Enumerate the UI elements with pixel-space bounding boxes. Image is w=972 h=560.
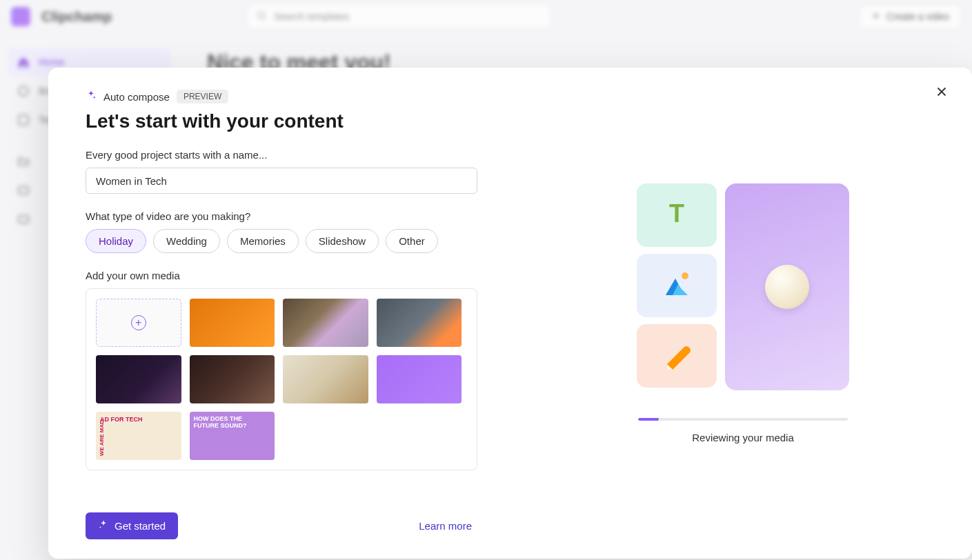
chip-slideshow[interactable]: Slideshow xyxy=(306,229,379,253)
preview-badge: PREVIEW xyxy=(177,90,228,103)
compose-header: Auto compose PREVIEW xyxy=(86,90,486,103)
tile-column: T xyxy=(637,183,717,390)
close-button[interactable] xyxy=(931,83,953,105)
progress-container: Reviewing your media xyxy=(638,418,848,443)
sparkle-icon xyxy=(86,90,97,103)
topbar: Clipchamp Create a video xyxy=(0,0,972,33)
progress-label: Reviewing your media xyxy=(638,432,848,443)
text-icon: T xyxy=(660,197,693,233)
media-field-label: Add your own media xyxy=(86,270,486,281)
media-thumbnail[interactable] xyxy=(377,355,462,403)
chip-other[interactable]: Other xyxy=(386,229,438,253)
app-logo xyxy=(11,7,30,26)
chip-wedding[interactable]: Wedding xyxy=(153,229,220,253)
media-grid: + xyxy=(96,299,462,460)
svg-text:T: T xyxy=(669,199,684,228)
home-icon xyxy=(17,55,30,69)
illustration: T xyxy=(637,183,849,390)
svg-point-11 xyxy=(682,272,688,279)
create-button-label: Create a video xyxy=(886,11,949,22)
pencil-icon xyxy=(660,338,693,374)
palette-icon xyxy=(17,84,30,98)
modal-title: Let's start with your content xyxy=(86,110,486,132)
image-tile xyxy=(637,254,717,317)
sparkle-icon xyxy=(98,519,109,532)
media-thumbnail[interactable] xyxy=(96,355,181,403)
plus-icon: + xyxy=(131,315,146,330)
chip-holiday[interactable]: Holiday xyxy=(86,229,146,253)
progress-bar xyxy=(638,418,848,421)
media-thumbnail[interactable] xyxy=(190,355,275,403)
get-started-label: Get started xyxy=(115,520,166,532)
search-bar[interactable] xyxy=(247,4,551,29)
get-started-button[interactable]: Get started xyxy=(86,512,178,539)
name-field-label: Every good project starts with a name... xyxy=(86,149,486,161)
close-icon xyxy=(934,84,949,103)
sidebar-item-label: Home xyxy=(39,57,64,68)
project-name-input[interactable] xyxy=(86,168,477,194)
svg-rect-5 xyxy=(19,115,28,125)
svg-line-1 xyxy=(264,17,266,19)
video-icon xyxy=(17,183,30,197)
preview-tile xyxy=(725,183,849,390)
search-input[interactable] xyxy=(274,11,542,22)
type-field-label: What type of video are you making? xyxy=(86,210,486,222)
media-thumbnail[interactable] xyxy=(283,355,368,403)
svg-point-0 xyxy=(258,12,264,18)
modal-form-panel: Auto compose PREVIEW Let's start with yo… xyxy=(48,68,514,559)
media-thumbnail[interactable] xyxy=(190,299,275,347)
compose-label: Auto compose xyxy=(103,91,170,103)
video-icon xyxy=(17,212,30,226)
media-thumbnail[interactable] xyxy=(283,299,368,347)
svg-point-4 xyxy=(19,86,28,96)
media-thumbnail[interactable] xyxy=(377,299,462,347)
app-brand: Clipchamp xyxy=(41,9,112,25)
svg-rect-6 xyxy=(19,187,28,194)
chip-memories[interactable]: Memories xyxy=(227,229,299,253)
plus-icon xyxy=(871,11,881,23)
image-icon xyxy=(660,268,693,303)
learn-more-link[interactable]: Learn more xyxy=(419,520,472,532)
search-icon xyxy=(256,10,267,23)
svg-rect-7 xyxy=(19,216,28,223)
create-video-button[interactable]: Create a video xyxy=(860,5,961,29)
video-type-chips: Holiday Wedding Memories Slideshow Other xyxy=(86,229,486,253)
text-tile: T xyxy=(637,183,717,247)
sphere-icon xyxy=(765,265,809,309)
media-thumbnail[interactable] xyxy=(190,412,275,460)
modal-preview-panel: T Re xyxy=(514,68,972,559)
template-icon xyxy=(17,113,30,127)
folder-icon xyxy=(17,154,30,168)
progress-fill xyxy=(638,418,659,421)
auto-compose-modal: Auto compose PREVIEW Let's start with yo… xyxy=(48,68,972,559)
add-media-button[interactable]: + xyxy=(96,299,181,347)
media-scroll[interactable]: + xyxy=(96,299,467,460)
modal-actions: Get started Learn more xyxy=(86,493,472,539)
media-thumbnail[interactable] xyxy=(96,412,181,460)
media-grid-container: + xyxy=(86,288,477,470)
edit-tile xyxy=(637,324,717,388)
